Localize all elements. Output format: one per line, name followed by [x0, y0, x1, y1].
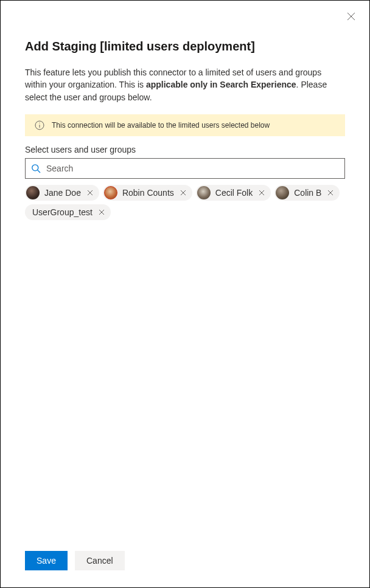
chip-remove-button[interactable] — [96, 207, 107, 218]
close-icon — [180, 190, 186, 196]
close-icon — [347, 12, 355, 21]
close-icon — [87, 190, 93, 196]
chip-remove-button[interactable] — [325, 187, 336, 198]
close-icon — [99, 209, 105, 215]
svg-line-6 — [38, 170, 41, 173]
avatar — [197, 186, 211, 199]
chip-remove-button[interactable] — [178, 187, 189, 198]
search-box[interactable] — [25, 158, 345, 179]
description-bold: applicable only in Search Experience — [146, 80, 296, 89]
panel-content: Add Staging [limited users deployment] T… — [1, 1, 369, 220]
info-banner-text: This connection will be available to the… — [52, 121, 270, 130]
chip-label: Jane Doe — [43, 188, 81, 198]
page-title: Add Staging [limited users deployment] — [25, 38, 345, 54]
info-banner: This connection will be available to the… — [25, 114, 345, 136]
close-icon — [259, 190, 265, 196]
chip[interactable]: Robin Counts — [103, 185, 192, 201]
cancel-button[interactable]: Cancel — [75, 551, 125, 570]
info-icon — [35, 120, 44, 130]
footer: Save Cancel — [1, 539, 369, 587]
chip-label: Colin B — [293, 188, 321, 198]
chip-remove-button[interactable] — [256, 187, 267, 198]
avatar — [104, 186, 117, 199]
chips-container: Jane DoeRobin CountsCecil FolkColin BUse… — [25, 185, 345, 220]
chip[interactable]: Cecil Folk — [196, 185, 271, 201]
save-button[interactable]: Save — [25, 551, 68, 570]
chip-label: UserGroup_test — [31, 207, 92, 217]
chip-remove-button[interactable] — [85, 187, 96, 198]
chip-label: Cecil Folk — [214, 188, 253, 198]
search-input[interactable] — [46, 164, 340, 173]
svg-point-4 — [39, 122, 40, 123]
chip-label: Robin Counts — [121, 188, 174, 198]
avatar — [26, 186, 40, 199]
svg-point-5 — [32, 165, 38, 171]
chip[interactable]: Jane Doe — [25, 185, 99, 201]
close-icon — [327, 190, 333, 196]
close-button[interactable] — [346, 12, 356, 21]
search-icon — [30, 163, 41, 174]
avatar — [276, 186, 289, 199]
description-text: This feature lets you publish this conne… — [25, 66, 345, 103]
selector-label: Select users and user groups — [25, 145, 345, 154]
chip[interactable]: Colin B — [274, 185, 340, 201]
chip[interactable]: UserGroup_test — [25, 204, 111, 220]
